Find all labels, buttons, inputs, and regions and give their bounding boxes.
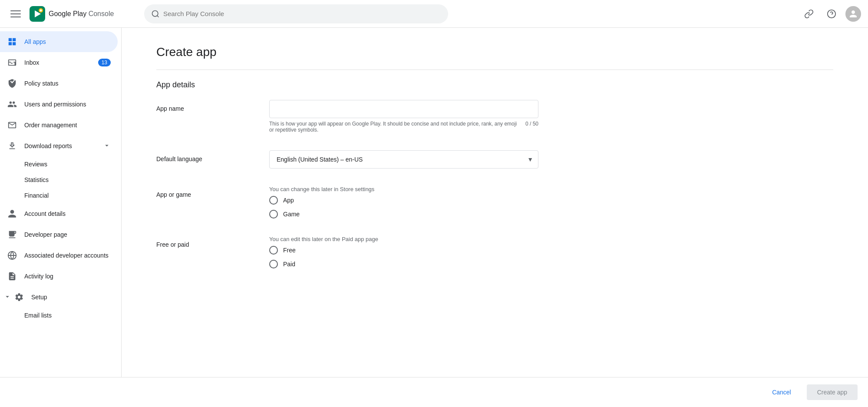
create-app-button[interactable]: Create app xyxy=(807,384,858,400)
sidebar-users-label: Users and permissions xyxy=(24,101,111,108)
default-language-label: Default language xyxy=(156,150,252,162)
sidebar: All apps Inbox 13 Policy status Users an… xyxy=(0,28,122,377)
sidebar-order-label: Order management xyxy=(24,122,111,129)
radio-game-label: Game xyxy=(283,211,300,218)
sidebar-download-label: Download reports xyxy=(24,142,96,149)
radio-game[interactable]: Game xyxy=(269,210,538,218)
sidebar-setup-label: Setup xyxy=(31,294,111,301)
app-or-game-row: App or game You can change this later in… xyxy=(156,186,833,218)
sidebar-associated-label: Associated developer accounts xyxy=(24,252,111,259)
developer-icon xyxy=(7,229,17,240)
free-or-paid-row: Free or paid You can edit this later on … xyxy=(156,236,833,268)
app-name-helper-row: This is how your app will appear on Goog… xyxy=(269,121,538,133)
users-icon xyxy=(7,99,17,109)
app-or-game-label: App or game xyxy=(156,186,252,198)
setup-icon xyxy=(14,292,24,302)
radio-app-label: App xyxy=(283,197,294,204)
activity-icon xyxy=(7,271,17,281)
sidebar-item-financial[interactable]: Financial xyxy=(0,188,118,203)
app-name-input[interactable] xyxy=(269,100,538,118)
radio-app-circle xyxy=(269,196,278,205)
sidebar-financial-label: Financial xyxy=(24,192,49,199)
sidebar-item-account-details[interactable]: Account details xyxy=(0,203,118,224)
app-name-helper-text: This is how your app will appear on Goog… xyxy=(269,121,518,133)
svg-point-3 xyxy=(40,9,42,11)
default-language-field: English (United States) – en-US ▼ xyxy=(269,150,538,169)
associated-icon xyxy=(7,250,17,261)
inbox-badge: 13 xyxy=(98,59,111,66)
sidebar-policy-label: Policy status xyxy=(24,80,111,87)
app-or-game-radio-group: App Game xyxy=(269,196,538,218)
sidebar-inbox-label: Inbox xyxy=(24,59,91,66)
default-language-row: Default language English (United States)… xyxy=(156,150,833,169)
sidebar-item-associated-developer[interactable]: Associated developer accounts xyxy=(0,245,118,266)
hamburger-icon xyxy=(10,9,21,19)
divider xyxy=(156,69,833,70)
play-console-logo-icon xyxy=(30,6,45,22)
all-apps-icon xyxy=(7,36,17,47)
bottom-bar: Cancel Create app xyxy=(0,377,868,407)
inbox-icon xyxy=(7,57,17,68)
logo-console: Console xyxy=(89,10,114,17)
cancel-button[interactable]: Cancel xyxy=(762,384,802,400)
svg-line-5 xyxy=(157,15,159,17)
radio-free[interactable]: Free xyxy=(269,246,538,255)
section-title: App details xyxy=(156,80,833,89)
sidebar-item-activity-log[interactable]: Activity log xyxy=(0,266,118,287)
radio-game-circle xyxy=(269,210,278,218)
radio-free-label: Free xyxy=(283,247,296,254)
app-name-char-count: 0 / 50 xyxy=(525,121,538,133)
search-icon xyxy=(151,10,160,18)
help-button[interactable] xyxy=(823,5,840,23)
page-title: Create app xyxy=(156,45,833,59)
sidebar-developer-label: Developer page xyxy=(24,231,111,238)
app-or-game-helper: You can change this later in Store setti… xyxy=(269,186,538,192)
main-content: Create app App details App name This is … xyxy=(122,28,868,377)
search-bar xyxy=(144,4,448,23)
radio-app[interactable]: App xyxy=(269,196,538,205)
svg-point-4 xyxy=(152,10,158,16)
app-name-row: App name This is how your app will appea… xyxy=(156,100,833,133)
sidebar-item-developer-page[interactable]: Developer page xyxy=(0,224,118,245)
link-button[interactable] xyxy=(800,5,818,23)
sidebar-item-download-reports[interactable]: Download reports xyxy=(0,136,118,156)
sidebar-item-statistics[interactable]: Statistics xyxy=(0,172,118,188)
link-icon xyxy=(804,9,814,19)
avatar[interactable] xyxy=(845,6,861,22)
sidebar-account-label: Account details xyxy=(24,210,111,217)
app-name-label: App name xyxy=(156,100,252,112)
sidebar-item-order-management[interactable]: Order management xyxy=(0,115,118,136)
radio-paid-label: Paid xyxy=(283,261,295,268)
sidebar-item-setup[interactable]: Setup xyxy=(0,287,118,308)
download-icon xyxy=(7,141,17,151)
layout: All apps Inbox 13 Policy status Users an… xyxy=(0,28,868,377)
user-icon xyxy=(849,10,858,18)
sidebar-reviews-label: Reviews xyxy=(24,161,47,168)
free-or-paid-helper: You can edit this later on the Paid app … xyxy=(269,236,538,242)
topbar-left: Google Play Console xyxy=(7,5,137,23)
sidebar-item-all-apps[interactable]: All apps xyxy=(0,31,118,52)
sidebar-item-email-lists[interactable]: Email lists xyxy=(0,308,118,323)
account-icon xyxy=(7,208,17,219)
sidebar-item-policy-status[interactable]: Policy status xyxy=(0,73,118,94)
language-select[interactable]: English (United States) – en-US xyxy=(269,150,538,169)
topbar: Google Play Console xyxy=(0,0,868,28)
policy-icon xyxy=(7,78,17,89)
free-or-paid-radio-group: Free Paid xyxy=(269,246,538,268)
sidebar-item-users-permissions[interactable]: Users and permissions xyxy=(0,94,118,115)
radio-paid-circle xyxy=(269,260,278,268)
search-input[interactable] xyxy=(163,10,441,17)
topbar-right xyxy=(800,5,861,23)
help-icon xyxy=(827,9,836,19)
free-or-paid-label: Free or paid xyxy=(156,236,252,248)
radio-paid[interactable]: Paid xyxy=(269,260,538,268)
radio-free-circle xyxy=(269,246,278,255)
chevron-down-icon xyxy=(103,142,111,151)
free-or-paid-field: You can edit this later on the Paid app … xyxy=(269,236,538,268)
menu-button[interactable] xyxy=(7,5,24,23)
logo-brand: Google Play xyxy=(49,10,86,17)
sidebar-item-reviews[interactable]: Reviews xyxy=(0,156,118,172)
logo-text: Google Play Console xyxy=(49,10,114,18)
sidebar-item-inbox[interactable]: Inbox 13 xyxy=(0,52,118,73)
logo-area: Google Play Console xyxy=(30,6,114,22)
